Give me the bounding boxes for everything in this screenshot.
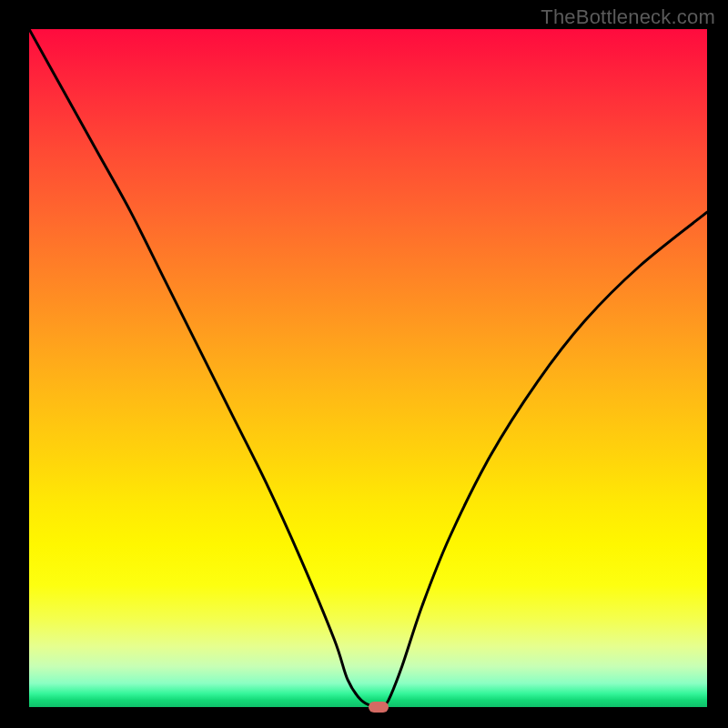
curve-path	[29, 29, 707, 707]
optimum-marker	[369, 702, 389, 713]
chart-frame: TheBottleneck.com	[0, 0, 728, 728]
watermark-text: TheBottleneck.com	[541, 5, 715, 29]
bottleneck-curve	[29, 29, 707, 707]
plot-area	[29, 29, 707, 707]
